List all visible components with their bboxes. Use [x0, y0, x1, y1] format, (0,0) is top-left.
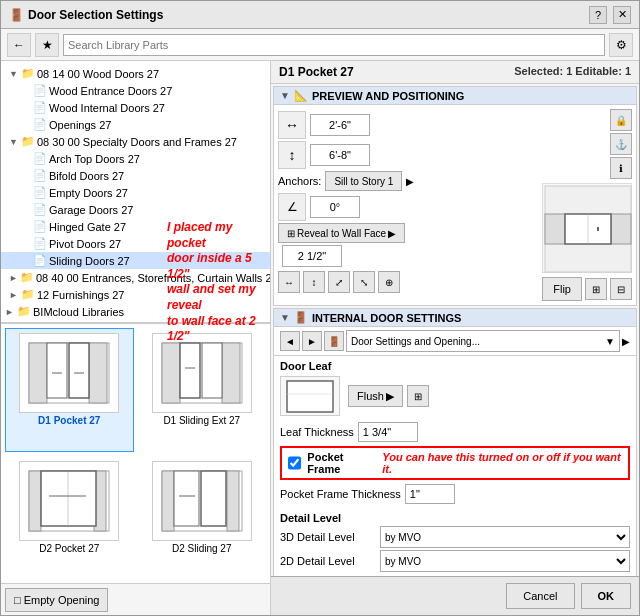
detail-2d-select[interactable]: by MVO	[380, 550, 630, 572]
detail-3d-row: 3D Detail Level by MVO	[280, 526, 630, 548]
tree-item-hinged-gate[interactable]: 📄 Hinged Gate 27	[1, 218, 270, 235]
width-input[interactable]	[310, 114, 370, 136]
svg-rect-4	[69, 343, 89, 398]
tree-item-label: BIMcloud Libraries	[33, 306, 124, 318]
thumbnail-d2-pocket[interactable]: D2 Pocket 27	[5, 456, 134, 580]
preview-title: PREVIEW AND POSITIONING	[312, 90, 464, 102]
nav-next-button[interactable]: ►	[302, 331, 322, 351]
info-icon-btn[interactable]: ℹ	[610, 157, 632, 179]
folder-icon: 📄	[33, 169, 47, 182]
tree-item-entrances[interactable]: ► 📁 08 40 00 Entrances, Storefronts, Cur…	[1, 269, 270, 286]
internal-icon: 🚪	[294, 311, 308, 324]
sym-btn-1[interactable]: ↔	[278, 271, 300, 293]
tree-item-label: Empty Doors 27	[49, 187, 128, 199]
preview-content: ↔ ↕ Anchors:	[274, 105, 636, 305]
forward-button[interactable]: ★	[35, 33, 59, 57]
flip-button[interactable]: Flip	[542, 277, 582, 301]
settings-dropdown[interactable]: Door Settings and Opening... ▼	[346, 330, 620, 352]
thumb-label-d2-sliding: D2 Sliding 27	[172, 543, 231, 554]
angle-input[interactable]	[310, 196, 360, 218]
internal-title: INTERNAL DOOR SETTINGS	[312, 312, 462, 324]
thumbnail-d2-sliding[interactable]: D2 Sliding 27	[138, 456, 267, 580]
folder-icon: 📄	[33, 237, 47, 250]
thumb-label-d1-pocket: D1 Pocket 27	[38, 415, 100, 426]
anchors-row: Anchors: Sill to Story 1 ▶	[278, 171, 538, 191]
tree-item-arch-top[interactable]: 📄 Arch Top Doors 27	[1, 150, 270, 167]
detail-3d-label: 3D Detail Level	[280, 531, 380, 543]
help-button[interactable]: ?	[589, 6, 607, 24]
leaf-thickness-input[interactable]	[358, 422, 418, 442]
close-button[interactable]: ✕	[613, 6, 631, 24]
leaf-thickness-label: Leaf Thickness	[280, 426, 354, 438]
thumbnail-d1-sliding-ext[interactable]: D1 Sliding Ext 27	[138, 328, 267, 452]
back-button[interactable]: ←	[7, 33, 31, 57]
thumb-image-d2-pocket	[19, 461, 119, 541]
tree-item-label: Pivot Doors 27	[49, 238, 121, 250]
tree-item-bimcloud[interactable]: ► 📁 BIMcloud Libraries	[1, 303, 270, 320]
folder-icon: 📄	[33, 220, 47, 233]
tree-item-wood-internal[interactable]: 📄 Wood Internal Doors 27	[1, 99, 270, 116]
anchor-icon-btn[interactable]: ⚓	[610, 133, 632, 155]
detail-3d-select[interactable]: by MVO	[380, 526, 630, 548]
tree-item-label: Garage Doors 27	[49, 204, 133, 216]
tree-item-pivot[interactable]: 📄 Pivot Doors 27	[1, 235, 270, 252]
settings-button[interactable]: ⚙	[609, 33, 633, 57]
empty-opening-button[interactable]: □ Empty Opening	[5, 588, 108, 612]
tree-item-bifold[interactable]: 📄 Bifold Doors 27	[1, 167, 270, 184]
toolbar: ← ★ ⚙	[1, 29, 639, 61]
lock-icon-btn[interactable]: 🔒	[610, 109, 632, 131]
height-input[interactable]	[310, 144, 370, 166]
tree-item-sliding[interactable]: 📄 Sliding Doors 27	[1, 252, 270, 269]
height-icon: ↕	[278, 141, 306, 169]
tree-item-garage[interactable]: 📄 Garage Doors 27	[1, 201, 270, 218]
tree-item-label: 12 Furnishings 27	[37, 289, 124, 301]
leaf-flush: Flush ▶ ⊞	[348, 385, 429, 407]
tree-item-furnishings[interactable]: ► 📁 12 Furnishings 27	[1, 286, 270, 303]
folder-icon: 📄	[33, 203, 47, 216]
thumb-label-d2-pocket: D2 Pocket 27	[39, 543, 99, 554]
tree-item-empty-doors[interactable]: 📄 Empty Doors 27	[1, 184, 270, 201]
ok-button[interactable]: OK	[581, 583, 632, 609]
pocket-frame-label: Pocket Frame	[307, 451, 376, 475]
sym-btn-5[interactable]: ⊕	[378, 271, 400, 293]
pocket-frame-checkbox[interactable]	[288, 456, 301, 470]
tree-item-wood-doors[interactable]: ▼ 📁 08 14 00 Wood Doors 27	[1, 65, 270, 82]
flush-button[interactable]: Flush ▶	[348, 385, 403, 407]
search-input[interactable]	[63, 34, 605, 56]
preview-left: ↔ ↕ Anchors:	[278, 109, 538, 301]
tree-item-label: 08 30 00 Specialty Doors and Frames 27	[37, 136, 237, 148]
view-btn-2[interactable]: ⊟	[610, 278, 632, 300]
dialog-icon: 🚪	[9, 8, 24, 22]
internal-section: ▼ 🚪 INTERNAL DOOR SETTINGS ◄ ► 🚪 Door Se…	[273, 308, 637, 576]
sym-btn-4[interactable]: ⤡	[353, 271, 375, 293]
nav-prev-button[interactable]: ◄	[280, 331, 300, 351]
thumb-image-d2-sliding	[152, 461, 252, 541]
tree-item-openings[interactable]: 📄 Openings 27	[1, 116, 270, 133]
leaf-icon-btn[interactable]: ⊞	[407, 385, 429, 407]
tree-item-label: Openings 27	[49, 119, 111, 131]
sym-btn-2[interactable]: ↕	[303, 271, 325, 293]
anchors-label: Anchors:	[278, 175, 321, 187]
reveal-button[interactable]: ⊞ Reveal to Wall Face ▶	[278, 223, 405, 243]
view-btn-1[interactable]: ⊞	[585, 278, 607, 300]
dropdown-arrow: ▼	[605, 336, 615, 347]
thumbnail-d1-pocket[interactable]: D1 Pocket 27	[5, 328, 134, 452]
anchor-button[interactable]: Sill to Story 1	[325, 171, 402, 191]
door-leaf-label: Door Leaf	[280, 360, 630, 372]
door-selection-dialog: 🚪 Door Selection Settings ? ✕ ← ★ ⚙ ▼ 📁	[0, 0, 640, 616]
pocket-frame-thickness-input[interactable]	[405, 484, 455, 504]
tree-item-wood-entrance[interactable]: 📄 Wood Entrance Doors 27	[1, 82, 270, 99]
sym-btn-3[interactable]: ⤢	[328, 271, 350, 293]
settings-dropdown-label: Door Settings and Opening...	[351, 336, 480, 347]
cancel-button[interactable]: Cancel	[506, 583, 574, 609]
flip-area: Flip ⊞ ⊟	[542, 277, 632, 301]
reveal-value-input[interactable]	[282, 245, 342, 267]
nav-icon-button[interactable]: 🚪	[324, 331, 344, 351]
pocket-frame-thickness-row: Pocket Frame Thickness	[274, 482, 636, 506]
tree-item-specialty[interactable]: ▼ 📁 08 30 00 Specialty Doors and Frames …	[1, 133, 270, 150]
angle-icon: ∠	[278, 193, 306, 221]
svg-rect-26	[545, 214, 565, 244]
svg-rect-14	[29, 471, 41, 531]
folder-icon: 📁	[20, 271, 34, 284]
svg-rect-10	[180, 343, 200, 398]
